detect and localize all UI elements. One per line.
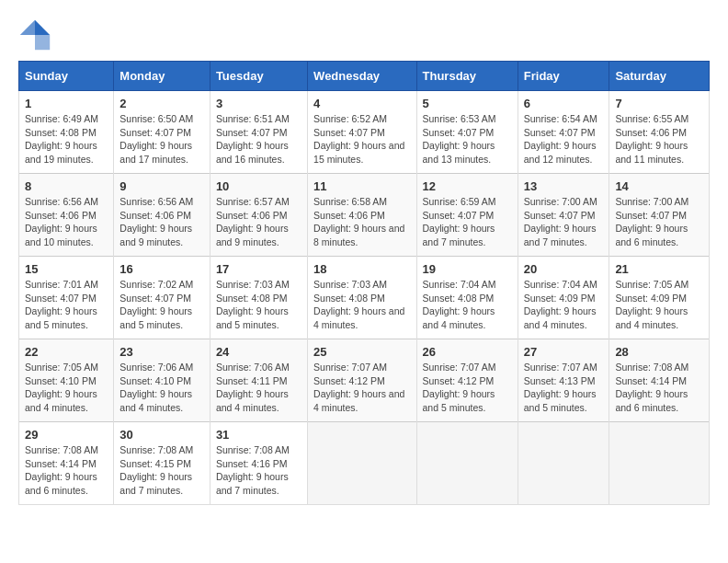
calendar-cell: 17 Sunrise: 7:03 AM Sunset: 4:08 PM Dayl…	[210, 257, 307, 339]
weekday-header-friday: Friday	[518, 62, 609, 91]
calendar-cell: 13 Sunrise: 7:00 AM Sunset: 4:07 PM Dayl…	[518, 174, 609, 257]
calendar-cell: 11 Sunrise: 6:58 AM Sunset: 4:06 PM Dayl…	[308, 174, 416, 257]
calendar-cell: 31 Sunrise: 7:08 AM Sunset: 4:16 PM Dayl…	[210, 422, 307, 505]
day-info: Sunrise: 7:07 AM Sunset: 4:13 PM Dayligh…	[524, 361, 604, 415]
day-number: 24	[216, 345, 301, 359]
day-number: 29	[25, 428, 108, 442]
day-info: Sunrise: 6:50 AM Sunset: 4:07 PM Dayligh…	[119, 112, 204, 167]
day-number: 22	[25, 345, 108, 359]
day-number: 30	[119, 428, 204, 442]
calendar-cell: 29 Sunrise: 7:08 AM Sunset: 4:14 PM Dayl…	[19, 422, 114, 505]
calendar-cell: 14 Sunrise: 7:00 AM Sunset: 4:07 PM Dayl…	[609, 174, 710, 257]
day-number: 11	[313, 179, 410, 193]
calendar-cell: 26 Sunrise: 7:07 AM Sunset: 4:12 PM Dayl…	[416, 339, 518, 422]
day-number: 1	[25, 97, 108, 110]
weekday-header-thursday: Thursday	[416, 62, 518, 91]
day-info: Sunrise: 7:04 AM Sunset: 4:09 PM Dayligh…	[524, 278, 604, 332]
day-info: Sunrise: 7:05 AM Sunset: 4:09 PM Dayligh…	[615, 278, 703, 332]
calendar-week-row: 8 Sunrise: 6:56 AM Sunset: 4:06 PM Dayli…	[19, 174, 710, 257]
weekday-header-monday: Monday	[114, 62, 210, 91]
day-info: Sunrise: 7:06 AM Sunset: 4:11 PM Dayligh…	[216, 361, 301, 415]
day-info: Sunrise: 6:52 AM Sunset: 4:07 PM Dayligh…	[313, 112, 410, 167]
day-info: Sunrise: 7:05 AM Sunset: 4:10 PM Dayligh…	[25, 361, 108, 415]
calendar-cell: 25 Sunrise: 7:07 AM Sunset: 4:12 PM Dayl…	[308, 339, 416, 422]
day-number: 7	[615, 97, 703, 110]
calendar-cell: 19 Sunrise: 7:04 AM Sunset: 4:08 PM Dayl…	[416, 257, 518, 339]
calendar-cell: 22 Sunrise: 7:05 AM Sunset: 4:10 PM Dayl…	[19, 339, 114, 422]
day-number: 18	[313, 262, 410, 276]
day-number: 23	[119, 345, 204, 359]
day-info: Sunrise: 7:08 AM Sunset: 4:16 PM Dayligh…	[216, 443, 301, 498]
day-number: 28	[615, 345, 703, 359]
logo-icon	[18, 18, 51, 52]
calendar-cell: 18 Sunrise: 7:03 AM Sunset: 4:08 PM Dayl…	[308, 257, 416, 339]
day-info: Sunrise: 6:54 AM Sunset: 4:07 PM Dayligh…	[524, 112, 604, 167]
day-info: Sunrise: 6:53 AM Sunset: 4:07 PM Dayligh…	[423, 112, 512, 167]
day-info: Sunrise: 7:07 AM Sunset: 4:12 PM Dayligh…	[423, 361, 512, 415]
day-number: 17	[216, 262, 301, 276]
calendar-cell: 10 Sunrise: 6:57 AM Sunset: 4:06 PM Dayl…	[210, 174, 307, 257]
day-number: 9	[119, 179, 204, 193]
day-info: Sunrise: 7:01 AM Sunset: 4:07 PM Dayligh…	[25, 278, 108, 332]
calendar-cell: 15 Sunrise: 7:01 AM Sunset: 4:07 PM Dayl…	[19, 257, 114, 339]
day-info: Sunrise: 6:57 AM Sunset: 4:06 PM Dayligh…	[216, 195, 301, 249]
day-info: Sunrise: 6:58 AM Sunset: 4:06 PM Dayligh…	[313, 195, 410, 249]
logo	[18, 18, 55, 52]
weekday-header-row: SundayMondayTuesdayWednesdayThursdayFrid…	[19, 62, 710, 91]
calendar-table: SundayMondayTuesdayWednesdayThursdayFrid…	[18, 61, 710, 505]
calendar-cell	[518, 422, 609, 505]
calendar-cell: 2 Sunrise: 6:50 AM Sunset: 4:07 PM Dayli…	[114, 91, 210, 174]
calendar-cell	[308, 422, 416, 505]
page-header	[18, 18, 710, 52]
calendar-cell: 8 Sunrise: 6:56 AM Sunset: 4:06 PM Dayli…	[19, 174, 114, 257]
day-number: 8	[25, 179, 108, 193]
day-info: Sunrise: 7:06 AM Sunset: 4:10 PM Dayligh…	[119, 361, 204, 415]
weekday-header-saturday: Saturday	[609, 62, 710, 91]
day-number: 6	[524, 97, 604, 110]
day-info: Sunrise: 6:56 AM Sunset: 4:06 PM Dayligh…	[25, 195, 108, 249]
day-info: Sunrise: 6:55 AM Sunset: 4:06 PM Dayligh…	[615, 112, 703, 167]
calendar-cell: 6 Sunrise: 6:54 AM Sunset: 4:07 PM Dayli…	[518, 91, 609, 174]
day-number: 2	[119, 97, 204, 110]
svg-marker-1	[35, 35, 50, 50]
day-number: 25	[313, 345, 410, 359]
day-number: 13	[524, 179, 604, 193]
calendar-cell: 20 Sunrise: 7:04 AM Sunset: 4:09 PM Dayl…	[518, 257, 609, 339]
calendar-week-row: 1 Sunrise: 6:49 AM Sunset: 4:08 PM Dayli…	[19, 91, 710, 174]
calendar-cell: 12 Sunrise: 6:59 AM Sunset: 4:07 PM Dayl…	[416, 174, 518, 257]
calendar-body: 1 Sunrise: 6:49 AM Sunset: 4:08 PM Dayli…	[19, 91, 710, 505]
calendar-cell: 27 Sunrise: 7:07 AM Sunset: 4:13 PM Dayl…	[518, 339, 609, 422]
day-number: 5	[423, 97, 512, 110]
calendar-cell	[416, 422, 518, 505]
weekday-header-sunday: Sunday	[19, 62, 114, 91]
day-info: Sunrise: 7:02 AM Sunset: 4:07 PM Dayligh…	[119, 278, 204, 332]
day-info: Sunrise: 7:07 AM Sunset: 4:12 PM Dayligh…	[313, 361, 410, 415]
day-info: Sunrise: 7:08 AM Sunset: 4:14 PM Dayligh…	[615, 361, 703, 415]
day-number: 12	[423, 179, 512, 193]
calendar-cell: 21 Sunrise: 7:05 AM Sunset: 4:09 PM Dayl…	[609, 257, 710, 339]
calendar-cell: 24 Sunrise: 7:06 AM Sunset: 4:11 PM Dayl…	[210, 339, 307, 422]
calendar-week-row: 22 Sunrise: 7:05 AM Sunset: 4:10 PM Dayl…	[19, 339, 710, 422]
day-number: 14	[615, 179, 703, 193]
calendar-cell: 9 Sunrise: 6:56 AM Sunset: 4:06 PM Dayli…	[114, 174, 210, 257]
calendar-cell: 23 Sunrise: 7:06 AM Sunset: 4:10 PM Dayl…	[114, 339, 210, 422]
day-info: Sunrise: 7:03 AM Sunset: 4:08 PM Dayligh…	[216, 278, 301, 332]
calendar-cell: 30 Sunrise: 7:08 AM Sunset: 4:15 PM Dayl…	[114, 422, 210, 505]
day-number: 4	[313, 97, 410, 110]
day-number: 16	[119, 262, 204, 276]
day-number: 31	[216, 428, 301, 442]
calendar-week-row: 15 Sunrise: 7:01 AM Sunset: 4:07 PM Dayl…	[19, 257, 710, 339]
calendar-cell: 7 Sunrise: 6:55 AM Sunset: 4:06 PM Dayli…	[609, 91, 710, 174]
day-info: Sunrise: 6:59 AM Sunset: 4:07 PM Dayligh…	[423, 195, 512, 249]
day-number: 15	[25, 262, 108, 276]
day-number: 3	[216, 97, 301, 110]
day-info: Sunrise: 7:08 AM Sunset: 4:15 PM Dayligh…	[119, 443, 204, 498]
day-info: Sunrise: 7:03 AM Sunset: 4:08 PM Dayligh…	[313, 278, 410, 332]
weekday-header-tuesday: Tuesday	[210, 62, 307, 91]
day-number: 10	[216, 179, 301, 193]
weekday-header-wednesday: Wednesday	[308, 62, 416, 91]
day-info: Sunrise: 6:56 AM Sunset: 4:06 PM Dayligh…	[119, 195, 204, 249]
calendar-week-row: 29 Sunrise: 7:08 AM Sunset: 4:14 PM Dayl…	[19, 422, 710, 505]
day-info: Sunrise: 7:04 AM Sunset: 4:08 PM Dayligh…	[423, 278, 512, 332]
calendar-cell: 3 Sunrise: 6:51 AM Sunset: 4:07 PM Dayli…	[210, 91, 307, 174]
